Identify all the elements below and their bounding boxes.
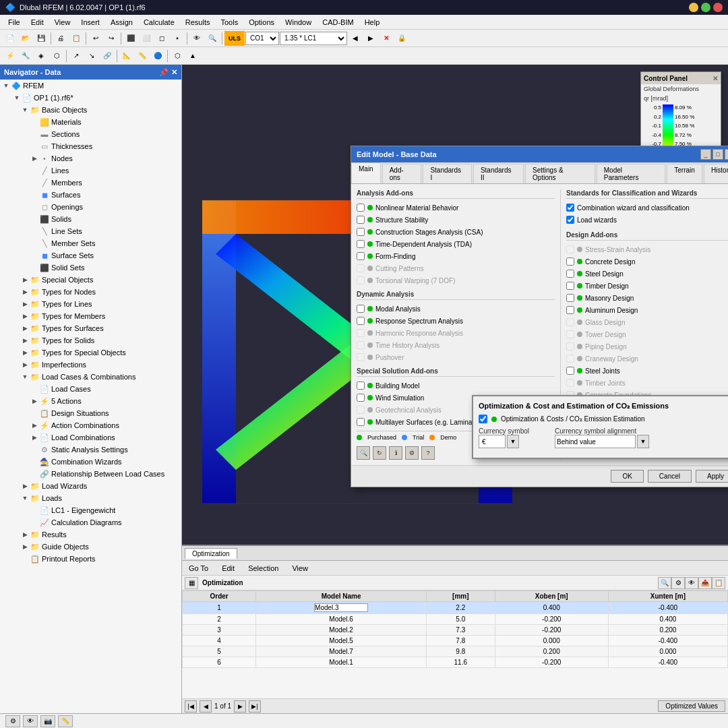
t2-btn10[interactable]: 🔵: [150, 49, 165, 63]
menu-insert[interactable]: Insert: [75, 17, 105, 28]
menu-assign[interactable]: Assign: [105, 17, 138, 28]
rotate-btn[interactable]: ◻: [154, 31, 169, 46]
bottom-tool3[interactable]: 👁: [685, 577, 698, 589]
table-row-5[interactable]: 5 Model.7 9.8 0.200 0.000: [183, 646, 728, 657]
t2-btn6[interactable]: ↘: [84, 49, 99, 63]
tree-thicknesses[interactable]: ▭ Thicknesses: [0, 140, 181, 152]
tree-load-cases[interactable]: 📄 Load Cases: [0, 383, 181, 395]
modal-maximize-btn[interactable]: □: [712, 149, 723, 160]
tree-imperfections[interactable]: ▶ 📁 Imperfections: [0, 359, 181, 371]
modal-close-btn[interactable]: ✕: [725, 149, 728, 160]
modal-cancel-btn[interactable]: Cancel: [648, 470, 692, 483]
modal-tab-addons[interactable]: Add-ons: [382, 164, 422, 183]
tree-load-combos[interactable]: ▶ 📄 Load Combinations: [0, 431, 181, 444]
addon-stability-check[interactable]: [357, 216, 365, 224]
menu-edit[interactable]: Edit: [26, 17, 49, 28]
select-btn[interactable]: ⬛: [123, 31, 138, 46]
t2-btn1[interactable]: ⚡: [3, 49, 18, 63]
menu-view[interactable]: View: [49, 17, 76, 28]
design-concrete-check[interactable]: [566, 257, 574, 266]
tree-actions[interactable]: ▶ ⚡ 5 Actions: [0, 395, 181, 407]
modal-tab-standards2[interactable]: Standards II: [473, 164, 524, 183]
t2-btn7[interactable]: 🔗: [100, 49, 115, 63]
tree-file[interactable]: ▼ 📄 OP1 (1).rf6*: [0, 92, 181, 104]
table-row-6[interactable]: 6 Model.1 11.6 -0.200 -0.400: [183, 657, 728, 668]
row1-name-input[interactable]: [314, 603, 368, 612]
tree-types-nodes[interactable]: ▶ 📁 Types for Nodes: [0, 286, 181, 298]
modal-apply-btn[interactable]: Apply: [696, 470, 728, 483]
t2-btn12[interactable]: ▲: [185, 49, 200, 63]
t2-btn3[interactable]: ◈: [34, 49, 49, 63]
t2-btn2[interactable]: 🔧: [18, 49, 33, 63]
bottom-tool4[interactable]: 📤: [698, 577, 712, 589]
t2-btn11[interactable]: ⬡: [170, 49, 185, 63]
t2-btn5[interactable]: ↗: [69, 49, 84, 63]
tree-materials[interactable]: 🟨 Materials: [0, 116, 181, 128]
tree-types-lines[interactable]: ▶ 📁 Types for Lines: [0, 298, 181, 310]
status-eye-btn[interactable]: 👁: [23, 715, 38, 727]
zoom-btn[interactable]: 🔍: [205, 31, 220, 46]
tree-action-combinations[interactable]: ▶ ⚡ Action Combinations: [0, 419, 181, 431]
modal-tab-settings[interactable]: Settings & Options: [525, 164, 595, 183]
design-steel-check[interactable]: [566, 270, 574, 278]
save-btn[interactable]: 💾: [34, 31, 49, 46]
maximize-button[interactable]: [701, 3, 710, 12]
canvas-area[interactable]: Control Panel ✕ Global Deformations qr […: [182, 65, 728, 713]
modal-tab-main[interactable]: Main: [351, 162, 381, 183]
addon-building-check[interactable]: [357, 382, 365, 390]
menu-options[interactable]: Options: [243, 17, 280, 28]
tree-design-situations[interactable]: 📋 Design Situations: [0, 407, 181, 419]
tree-openings[interactable]: ◻ Openings: [0, 201, 181, 213]
modal-tab-terrain[interactable]: Terrain: [667, 164, 702, 183]
tree-surfaces[interactable]: ◼ Surfaces: [0, 189, 181, 201]
table-row-4[interactable]: 4 Model.5 7.8 0.000 -0.400: [183, 636, 728, 646]
modal-tab-history[interactable]: History: [704, 164, 728, 183]
close-button[interactable]: [713, 3, 723, 12]
bottom-selection-btn[interactable]: Selection: [244, 564, 282, 573]
bottom-tool5[interactable]: 📋: [712, 577, 725, 589]
tree-lines[interactable]: ╱ Lines: [0, 164, 181, 177]
currency-input[interactable]: [479, 435, 506, 448]
modal-info-btn[interactable]: ℹ: [389, 446, 402, 460]
tree-types-special[interactable]: ▶ 📁 Types for Special Objects: [0, 346, 181, 359]
prev-btn[interactable]: ◀: [348, 31, 363, 46]
modal-tab-standards1[interactable]: Standards I: [423, 164, 471, 183]
status-settings-btn[interactable]: ⚙: [5, 715, 20, 727]
design-steel-joints-check[interactable]: [566, 367, 574, 375]
scale-btn[interactable]: ▪: [170, 31, 185, 46]
x-btn[interactable]: ✕: [379, 31, 394, 46]
standards-load-input[interactable]: [566, 216, 574, 224]
addon-multilayer-check[interactable]: [357, 418, 365, 426]
redo-btn[interactable]: ↪: [104, 31, 119, 46]
nav-first-btn[interactable]: |◀: [185, 700, 197, 712]
tree-guide-objects[interactable]: ▶ 📁 Guide Objects: [0, 541, 181, 553]
bottom-icon-grid[interactable]: ▦: [185, 577, 198, 589]
bottom-edit-btn[interactable]: Edit: [218, 564, 239, 573]
design-aluminum-check[interactable]: [566, 306, 574, 314]
design-masonry-check[interactable]: [566, 294, 574, 302]
addon-wind-check[interactable]: [357, 394, 365, 402]
open-btn[interactable]: 📂: [18, 31, 33, 46]
bottom-view-btn[interactable]: View: [288, 564, 312, 573]
co-combo[interactable]: CO1: [245, 32, 279, 45]
tree-types-surfaces[interactable]: ▶ 📁 Types for Surfaces: [0, 322, 181, 334]
status-camera-btn[interactable]: 📷: [40, 715, 55, 727]
nav-next-btn[interactable]: ▶: [234, 700, 246, 712]
lc-combo[interactable]: 1.35 * LC1: [280, 32, 347, 45]
tree-loads[interactable]: ▼ 📁 Loads: [0, 492, 181, 504]
tree-lc1[interactable]: 📄 LC1 - Eigengewicht: [0, 504, 181, 516]
menu-results[interactable]: Results: [180, 17, 216, 28]
next-btn[interactable]: ▶: [363, 31, 378, 46]
standards-combo-input[interactable]: [566, 204, 574, 212]
tree-membersets[interactable]: ╲ Member Sets: [0, 237, 181, 249]
modal-tab-modelparams[interactable]: Model Parameters: [597, 164, 666, 183]
menu-calculate[interactable]: Calculate: [138, 17, 180, 28]
tree-printout[interactable]: 📋 Printout Reports: [0, 553, 181, 565]
t2-btn8[interactable]: 📐: [119, 49, 134, 63]
view-btn[interactable]: 👁: [189, 31, 204, 46]
tree-solids[interactable]: ⬛ Solids: [0, 213, 181, 225]
undo-btn[interactable]: ↩: [88, 31, 103, 46]
results-btn[interactable]: ULS: [224, 31, 245, 46]
tree-load-wizards[interactable]: ▶ 📁 Load Wizards: [0, 480, 181, 492]
modal-help-btn[interactable]: ?: [421, 446, 435, 460]
